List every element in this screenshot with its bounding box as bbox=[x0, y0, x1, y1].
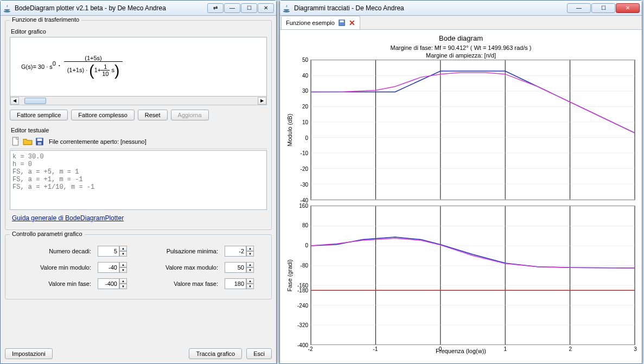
new-file-icon[interactable] bbox=[11, 137, 21, 146]
tab-example[interactable]: Funzione esempio ✕ bbox=[281, 16, 360, 29]
minimize-button[interactable]: — bbox=[567, 3, 591, 13]
ylabel-mod: Modulo (dB) bbox=[286, 60, 293, 200]
svg-rect-0 bbox=[12, 137, 18, 145]
min-puls-spinner[interactable]: ▲▼ bbox=[225, 246, 254, 257]
scroll-right-icon[interactable]: ▶ bbox=[258, 97, 266, 105]
file-toolbar: File correntemente aperto: [nessuno] bbox=[10, 135, 267, 149]
source-textarea[interactable]: k = 30.0 h = 0 FS, a = +5, m = 1 FS, a =… bbox=[10, 150, 267, 210]
plot-button[interactable]: Traccia grafico bbox=[189, 348, 242, 359]
tab-close-icon[interactable]: ✕ bbox=[349, 18, 355, 27]
label-decades: Numero decadi: bbox=[21, 248, 91, 254]
max-mod-spinner[interactable]: ▲▼ bbox=[225, 262, 254, 273]
h-scrollbar[interactable]: ◀ ▶ bbox=[10, 97, 267, 105]
save-file-icon[interactable] bbox=[35, 137, 44, 146]
ylabel-phase: Fase (gradi) bbox=[286, 206, 293, 346]
phase-plot: Fase (gradi) -400-320-240-180-160-800801… bbox=[286, 206, 635, 346]
chart-title: Bode diagram bbox=[286, 34, 635, 42]
update-button: Aggiorna bbox=[171, 110, 209, 120]
label-min-mod: Valore min modulo: bbox=[21, 264, 91, 271]
params-group: Controllo parametri grafico Numero decad… bbox=[5, 234, 272, 299]
min-phase-spinner[interactable]: ▲▼ bbox=[98, 278, 127, 289]
spin-down-icon[interactable]: ▼ bbox=[119, 251, 127, 257]
tab-label: Funzione esempio bbox=[286, 20, 335, 26]
label-max-mod: Valore max modulo: bbox=[142, 264, 218, 271]
settings-button[interactable]: Impostazioni bbox=[5, 348, 53, 359]
max-phase-spinner[interactable]: ▲▼ bbox=[225, 278, 254, 289]
decades-spinner[interactable]: ▲▼ bbox=[98, 246, 127, 257]
svg-rect-2 bbox=[37, 138, 42, 141]
maximize-button[interactable]: ☐ bbox=[591, 3, 615, 13]
spin-up-icon[interactable]: ▲ bbox=[119, 246, 127, 251]
graphic-editor-group: Editor grafico G(s)= 30 · s0 · (1+5s) (1… bbox=[10, 26, 267, 120]
reset-button[interactable]: Reset bbox=[138, 110, 168, 120]
phase-chart bbox=[310, 206, 635, 346]
titlebar-right[interactable]: Diagrammi tracciati - De Meco Andrea — ☐… bbox=[280, 1, 642, 16]
subgroup-title-text: Editor testuale bbox=[10, 127, 267, 135]
window-title-right: Diagrammi tracciati - De Meco Andrea bbox=[294, 4, 567, 12]
java-icon bbox=[3, 4, 11, 12]
gain-margin-label: Margine di ampiezza: [n/d] bbox=[286, 52, 635, 59]
min-mod-spinner[interactable]: ▲▼ bbox=[98, 262, 127, 273]
open-file-icon[interactable] bbox=[23, 137, 33, 146]
svg-rect-5 bbox=[340, 21, 343, 23]
simple-factor-button[interactable]: Fattore semplice bbox=[10, 110, 68, 120]
tabbar: Funzione esempio ✕ bbox=[280, 16, 642, 30]
exit-button[interactable]: Esci bbox=[246, 348, 272, 359]
chart-area: Bode diagram Margine di fase: Mf = 90.41… bbox=[280, 30, 642, 363]
formula-denominator: (1+1s) · (1+110 s) bbox=[64, 62, 123, 79]
transfer-function-group: Funzione di trasferimento Editor grafico… bbox=[5, 20, 272, 230]
window-title-left: BodeDiagram plotter v2.1 beta - by De Me… bbox=[15, 4, 207, 12]
group-title: Funzione di trasferimento bbox=[10, 16, 81, 23]
guide-link[interactable]: Guida generale di BodeDiagramPlotter bbox=[12, 214, 124, 222]
swap-button[interactable]: ⇄ bbox=[207, 3, 224, 13]
close-button[interactable]: ✕ bbox=[258, 3, 274, 13]
titlebar-left[interactable]: BodeDiagram plotter v2.1 beta - by De Me… bbox=[1, 1, 276, 16]
java-icon bbox=[282, 4, 291, 12]
scroll-track[interactable] bbox=[19, 97, 258, 105]
scroll-left-icon[interactable]: ◀ bbox=[10, 97, 19, 105]
subgroup-title: Editor grafico bbox=[10, 28, 267, 37]
svg-rect-3 bbox=[38, 142, 42, 145]
phase-margin-label: Margine di fase: Mf = 90.412° ( Wt = 149… bbox=[286, 44, 635, 51]
complex-factor-button[interactable]: Fattore complesso bbox=[71, 110, 134, 120]
magnitude-chart bbox=[310, 60, 635, 200]
minimize-button[interactable]: — bbox=[224, 3, 240, 13]
label-min-puls: Pulsazione minima: bbox=[142, 248, 218, 254]
close-button[interactable]: ✕ bbox=[616, 3, 640, 13]
group-title-params: Controllo parametri grafico bbox=[10, 231, 85, 237]
diagram-window: Diagrammi tracciati - De Meco Andrea — ☐… bbox=[279, 0, 642, 364]
formula-numerator: (1+5s) bbox=[64, 55, 123, 62]
label-max-phase: Valore max fase: bbox=[142, 280, 218, 287]
xlabel: Frequenza (log(w)) bbox=[286, 348, 635, 354]
formula-display: G(s)= 30 · s0 · (1+5s) (1+1s) · (1+110 s… bbox=[10, 37, 267, 97]
text-editor-group: Editor testuale File correntemente apert… bbox=[10, 127, 267, 210]
label-min-phase: Valore min fase: bbox=[21, 280, 91, 287]
magnitude-plot: Modulo (dB) -40-30-20-1001020304050 bbox=[286, 60, 635, 200]
formula-exp: 0 bbox=[53, 60, 56, 66]
scroll-thumb[interactable] bbox=[24, 98, 46, 104]
formula-text: G(s)= 30 · s bbox=[21, 63, 53, 70]
main-window: BodeDiagram plotter v2.1 beta - by De Me… bbox=[0, 0, 277, 364]
tab-save-icon[interactable] bbox=[338, 19, 346, 27]
file-open-label: File correntemente aperto: [nessuno] bbox=[49, 138, 146, 145]
maximize-button[interactable]: ☐ bbox=[241, 3, 257, 13]
